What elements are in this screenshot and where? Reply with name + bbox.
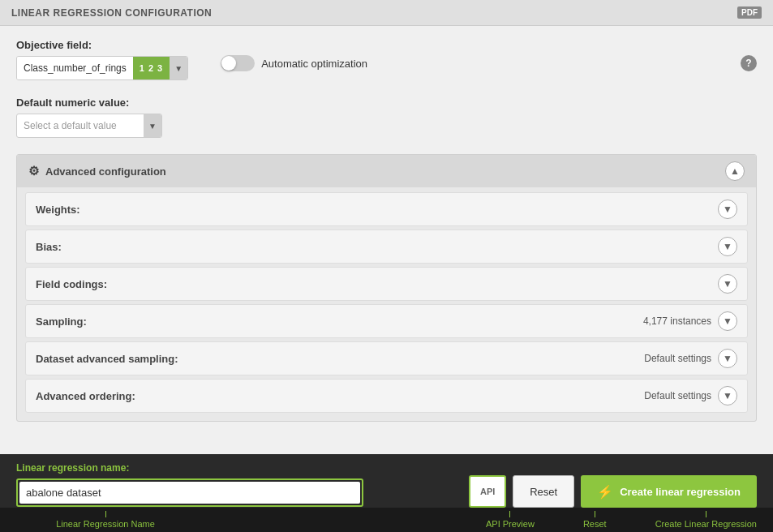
auto-opt-group: Automatic optimization — [221, 55, 367, 71]
lr-name-label: Linear regression name: — [16, 462, 363, 474]
advanced-ordering-label: Advanced ordering: — [36, 390, 135, 402]
accordion-row-advanced-ordering[interactable]: Advanced ordering: Default settings ▼ — [25, 379, 748, 413]
annotation-bar: Linear Regression Name API Preview Reset… — [0, 508, 773, 532]
toggle-knob — [221, 56, 236, 71]
advanced-collapse-btn[interactable]: ▲ — [725, 161, 745, 181]
default-numeric-placeholder: Select a default value — [17, 114, 144, 138]
annotation-api-label: API Preview — [486, 519, 535, 529]
accordion-row-field-codings[interactable]: Field codings: ▼ — [25, 267, 748, 301]
annotation-lr-name-label: Linear Regression Name — [56, 519, 155, 529]
auto-opt-toggle[interactable] — [221, 55, 255, 71]
annotation-create-label: Create Linear Regression — [655, 519, 757, 529]
annotation-reset: Reset — [583, 511, 607, 529]
accordion-row-sampling[interactable]: Sampling: 4,177 instances ▼ — [25, 304, 748, 338]
dataset-sampling-expand-btn[interactable]: ▼ — [718, 349, 737, 368]
accordion-rows: Weights: ▼ Bias: ▼ Field codings: ▼ — [17, 187, 756, 421]
dataset-sampling-right: Default settings ▼ — [644, 349, 737, 368]
bias-expand-btn[interactable]: ▼ — [718, 237, 737, 256]
objective-field-value: Class_number_of_rings — [17, 56, 133, 80]
header: LINEAR REGRESSION CONFIGURATION PDF — [0, 0, 773, 26]
annotation-right-group: API Preview Reset Create Linear Regressi… — [486, 511, 757, 529]
advanced-title: Advanced configuration — [45, 165, 166, 178]
weights-right: ▼ — [718, 200, 737, 219]
annotation-create: Create Linear Regression — [655, 511, 757, 529]
annotation-api: API Preview — [486, 511, 535, 529]
field-codings-label: Field codings: — [36, 278, 107, 290]
create-label: Create linear regression — [620, 486, 741, 498]
default-numeric-arrow[interactable]: ▼ — [144, 114, 161, 138]
api-label: API — [480, 487, 495, 496]
bottom-bar: Linear regression name: API Reset ⚡ Crea… — [0, 454, 773, 508]
bias-right: ▼ — [718, 237, 737, 256]
default-numeric-label: Default numeric value: — [16, 97, 757, 109]
objective-field-label: Objective field: — [16, 39, 188, 51]
weights-expand-btn[interactable]: ▼ — [718, 200, 737, 219]
dataset-sampling-label: Dataset advanced sampling: — [36, 353, 178, 365]
create-lr-button[interactable]: ⚡ Create linear regression — [581, 475, 757, 508]
objective-field-select[interactable]: Class_number_of_rings 1 2 3 ▼ — [16, 56, 188, 80]
accordion-row-dataset-sampling[interactable]: Dataset advanced sampling: Default setti… — [25, 341, 748, 375]
accordion-row-weights[interactable]: Weights: ▼ — [25, 192, 748, 226]
advanced-gear-icon: ⚙ — [28, 164, 39, 178]
pdf-badge: PDF — [737, 6, 762, 19]
advanced-header[interactable]: ⚙ Advanced configuration ▲ — [17, 155, 756, 187]
sampling-value: 4,177 instances — [643, 315, 711, 327]
create-icon: ⚡ — [597, 484, 613, 500]
default-numeric-section: Default numeric value: Select a default … — [16, 97, 757, 138]
sampling-expand-btn[interactable]: ▼ — [718, 311, 737, 331]
sampling-label: Sampling: — [36, 315, 87, 328]
auto-opt-label: Automatic optimization — [261, 58, 367, 70]
objective-field-group: Objective field: Class_number_of_rings 1… — [16, 39, 188, 80]
page-title: LINEAR REGRESSION CONFIGURATION — [11, 7, 212, 19]
advanced-section: ⚙ Advanced configuration ▲ Weights: ▼ Bi… — [16, 154, 757, 422]
accordion-row-bias[interactable]: Bias: ▼ — [25, 230, 748, 264]
bias-label: Bias: — [36, 241, 62, 253]
type-badge: 1 2 3 — [133, 56, 170, 80]
field-codings-expand-btn[interactable]: ▼ — [718, 274, 737, 294]
dataset-sampling-value: Default settings — [644, 353, 711, 364]
bottom-actions: API Reset ⚡ Create linear regression — [469, 475, 757, 508]
advanced-ordering-value: Default settings — [644, 390, 711, 401]
objective-row: Objective field: Class_number_of_rings 1… — [16, 39, 757, 80]
main-container: LINEAR REGRESSION CONFIGURATION PDF ? Ob… — [0, 0, 773, 532]
content-area: ? Objective field: Class_number_of_rings… — [0, 26, 773, 454]
advanced-ordering-right: Default settings ▼ — [644, 386, 737, 405]
advanced-ordering-expand-btn[interactable]: ▼ — [718, 386, 737, 405]
api-preview-button[interactable]: API — [469, 475, 506, 508]
annotation-reset-label: Reset — [583, 519, 607, 529]
weights-label: Weights: — [36, 204, 80, 216]
field-codings-right: ▼ — [718, 274, 737, 294]
objective-field-wrapper: Objective field: Class_number_of_rings 1… — [16, 39, 757, 80]
lr-name-group: Linear regression name: — [16, 462, 363, 507]
advanced-header-left: ⚙ Advanced configuration — [28, 164, 166, 178]
reset-button[interactable]: Reset — [513, 475, 574, 508]
sampling-right: 4,177 instances ▼ — [643, 311, 737, 331]
objective-dropdown-arrow[interactable]: ▼ — [170, 56, 187, 80]
annotation-lr-name: Linear Regression Name — [16, 511, 195, 529]
default-numeric-select[interactable]: Select a default value ▼ — [16, 114, 162, 138]
lr-name-input-wrapper — [16, 478, 363, 507]
lr-name-input[interactable] — [19, 482, 360, 504]
